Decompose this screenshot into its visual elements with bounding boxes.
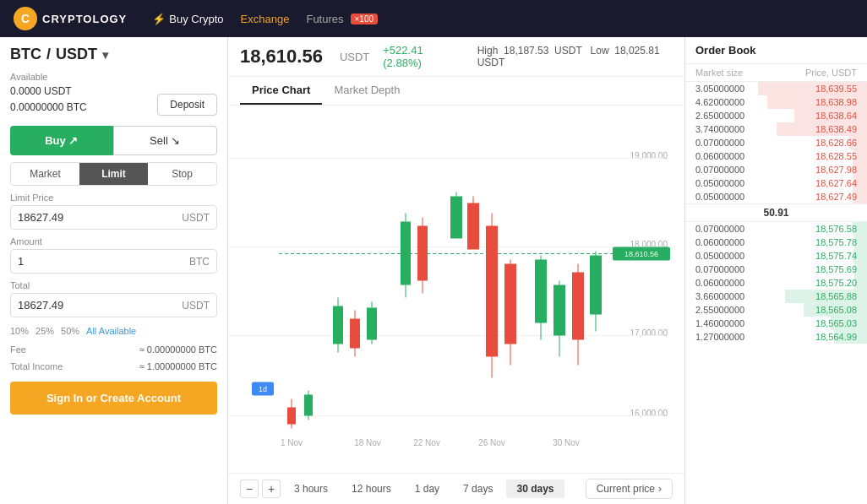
ob-ask-size: 0.06000000 bbox=[695, 151, 744, 161]
limit-price-label: Limit Price bbox=[10, 192, 217, 203]
ob-bid-price: 18,565.03 bbox=[815, 318, 857, 328]
low-value: 18,025.81 bbox=[614, 45, 659, 57]
ob-bid-size: 0.05000000 bbox=[695, 251, 744, 261]
buy-sell-row: Buy ↗ Sell ↘ bbox=[10, 126, 217, 155]
pct-10-button[interactable]: 10% bbox=[10, 326, 29, 336]
ob-ask-price: 18,627.49 bbox=[815, 192, 857, 202]
ob-bid-size: 0.06000000 bbox=[695, 237, 744, 247]
ob-ask-price: 18,638.49 bbox=[815, 124, 857, 134]
buy-button[interactable]: Buy ↗ bbox=[10, 126, 113, 155]
price-change: +522.41 (2.88%) bbox=[383, 44, 456, 69]
ob-bid-size: 3.66000000 bbox=[695, 291, 744, 301]
orderbook-header: Market size Price, USDT bbox=[685, 64, 867, 82]
ob-col-market-size: Market size bbox=[695, 68, 743, 78]
time-3hours-button[interactable]: 3 hours bbox=[284, 480, 338, 498]
center-panel: 18,610.56 USDT +522.41 (2.88%) High 18,1… bbox=[228, 37, 685, 504]
ob-ask-size: 0.05000000 bbox=[695, 192, 744, 202]
orderbook-panel: Order Book Market size Price, USDT 3.050… bbox=[685, 37, 867, 504]
zoom-in-button[interactable]: + bbox=[262, 480, 281, 498]
price-header: 18,610.56 USDT +522.41 (2.88%) High 18,1… bbox=[228, 37, 684, 77]
svg-rect-20 bbox=[350, 319, 360, 349]
amount-unit: BTC bbox=[189, 256, 210, 268]
pair-base: BTC bbox=[10, 46, 41, 63]
chart-tabs: Price Chart Market Depth bbox=[228, 77, 684, 106]
svg-text:18,610.56: 18,610.56 bbox=[624, 250, 658, 258]
chart-area: 19,000.00 18,000.00 17,000.00 16,000.00 … bbox=[228, 106, 684, 473]
amount-input[interactable] bbox=[18, 255, 189, 268]
pct-50-button[interactable]: 50% bbox=[61, 326, 79, 336]
zoom-out-button[interactable]: − bbox=[240, 480, 259, 498]
limit-price-input[interactable] bbox=[18, 211, 182, 224]
pct-all-button[interactable]: All Available bbox=[86, 326, 136, 336]
ob-ask-row: 0.07000000 18,627.98 bbox=[685, 163, 867, 176]
svg-rect-32 bbox=[486, 226, 498, 357]
ob-ask-size: 0.07000000 bbox=[695, 138, 744, 148]
futures-badge: ×100 bbox=[351, 14, 379, 24]
sell-button[interactable]: Sell ↘ bbox=[113, 126, 218, 155]
time-1day-button[interactable]: 1 day bbox=[405, 480, 450, 498]
main-layout: BTC / USDT ▾ Available 0.0000 USDT 0.000… bbox=[0, 37, 867, 504]
price-currency: USDT bbox=[340, 51, 369, 63]
signin-button[interactable]: Sign In or Create Account bbox=[10, 382, 217, 415]
total-field: Total USDT bbox=[10, 280, 217, 317]
total-input[interactable] bbox=[18, 299, 182, 312]
amount-label: Amount bbox=[10, 236, 217, 247]
ob-bid-row: 0.07000000 18,576.58 bbox=[685, 222, 867, 236]
current-price-arrow-icon: › bbox=[658, 483, 662, 495]
tab-market-depth[interactable]: Market Depth bbox=[322, 77, 412, 105]
low-currency: USDT bbox=[477, 57, 505, 68]
ob-bid-size: 0.07000000 bbox=[695, 224, 744, 234]
high-label: High bbox=[477, 45, 499, 57]
amount-field: Amount BTC bbox=[10, 236, 217, 274]
ob-ask-size: 2.65000000 bbox=[695, 111, 744, 121]
time-30days-button[interactable]: 30 days bbox=[506, 480, 564, 498]
lightning-icon: ⚡ bbox=[152, 13, 166, 25]
ob-bid-row: 0.05000000 18,575.74 bbox=[685, 249, 867, 263]
header: C CRYPTOLOGY ⚡ Buy Crypto Exchange Futur… bbox=[0, 0, 867, 37]
available-section: Available 0.0000 USDT 0.00000000 BTC Dep… bbox=[10, 72, 217, 116]
svg-text:18 Nov: 18 Nov bbox=[354, 438, 381, 447]
ob-bid-row: 0.06000000 18,575.78 bbox=[685, 236, 867, 249]
ob-bid-size: 1.46000000 bbox=[695, 318, 744, 328]
order-type-limit[interactable]: Limit bbox=[79, 163, 148, 185]
pct-25-button[interactable]: 25% bbox=[35, 326, 54, 336]
candlestick-chart: 19,000.00 18,000.00 17,000.00 16,000.00 … bbox=[228, 106, 684, 473]
deposit-button[interactable]: Deposit bbox=[157, 94, 217, 116]
available-label: Available bbox=[10, 72, 87, 82]
time-12hours-button[interactable]: 12 hours bbox=[341, 480, 401, 498]
svg-rect-16 bbox=[304, 395, 313, 416]
ob-bid-size: 1.27000000 bbox=[695, 332, 744, 342]
ob-bid-price: 18,564.99 bbox=[815, 332, 857, 342]
ob-bid-row: 1.27000000 18,564.99 bbox=[685, 330, 867, 344]
ob-ask-row: 0.05000000 18,627.49 bbox=[685, 190, 867, 203]
ob-ask-row: 0.07000000 18,628.66 bbox=[685, 136, 867, 149]
orderbook-title: Order Book bbox=[685, 37, 867, 64]
limit-price-field: Limit Price USDT bbox=[10, 192, 217, 230]
ob-ask-price: 18,638.98 bbox=[815, 97, 857, 107]
svg-rect-24 bbox=[401, 222, 411, 285]
high-value: 18,187.53 bbox=[504, 45, 548, 57]
low-label: Low bbox=[591, 45, 609, 57]
pair-selector[interactable]: BTC / USDT ▾ bbox=[10, 46, 217, 63]
limit-price-input-wrapper: USDT bbox=[10, 205, 217, 230]
ob-ask-row: 4.62000000 18,638.98 bbox=[685, 95, 867, 109]
nav-futures[interactable]: Futures ×100 bbox=[306, 13, 378, 25]
ob-ask-row: 2.65000000 18,638.64 bbox=[685, 109, 867, 122]
order-type-stop[interactable]: Stop bbox=[148, 163, 216, 185]
svg-rect-26 bbox=[417, 226, 428, 281]
current-price-button[interactable]: Current price › bbox=[586, 479, 673, 499]
order-type-market[interactable]: Market bbox=[11, 163, 79, 185]
svg-text:1d: 1d bbox=[259, 385, 267, 393]
svg-rect-36 bbox=[535, 260, 547, 323]
pair-quote: USDT bbox=[56, 46, 97, 63]
limit-price-unit: USDT bbox=[182, 212, 210, 224]
ob-col-price: Price, USDT bbox=[805, 68, 857, 78]
time-7days-button[interactable]: 7 days bbox=[453, 480, 503, 498]
current-price-label: Current price bbox=[597, 483, 655, 495]
nav-exchange[interactable]: Exchange bbox=[241, 13, 290, 25]
ob-ask-price: 18,639.55 bbox=[815, 84, 857, 94]
tab-price-chart[interactable]: Price Chart bbox=[240, 77, 322, 105]
nav-buy-crypto[interactable]: ⚡ Buy Crypto bbox=[152, 13, 223, 25]
total-income-label: Total Income bbox=[10, 361, 63, 371]
svg-rect-42 bbox=[590, 256, 602, 315]
